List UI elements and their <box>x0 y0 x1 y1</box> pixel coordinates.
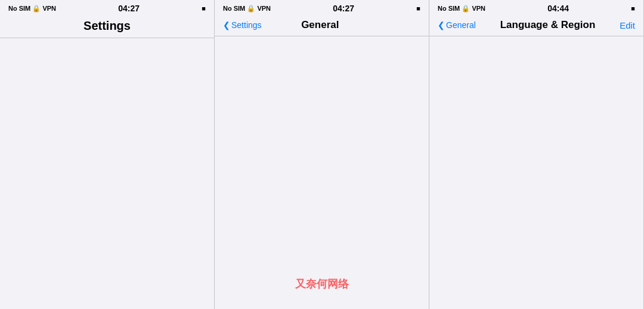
back-chevron-icon: ❮ <box>223 20 230 30</box>
back-to-settings[interactable]: ❮ Settings <box>223 20 262 30</box>
settings-list <box>0 38 214 309</box>
status-battery-2: ■ <box>416 5 420 12</box>
status-left-3: No SIM 🔒 VPN <box>438 5 485 13</box>
language-region-nav: ❮ General Language & Region Edit <box>429 16 643 36</box>
status-bar-1: No SIM 🔒 VPN 04:27 ■ <box>0 0 214 16</box>
back-label-3: General <box>446 20 476 30</box>
status-left-1: No SIM 🔒 VPN <box>8 5 56 13</box>
status-battery-1: ■ <box>202 5 206 12</box>
back-label-2: Settings <box>231 20 262 30</box>
status-time-3: 04:44 <box>547 4 569 13</box>
edit-button[interactable]: Edit <box>620 20 635 30</box>
status-left-2: No SIM 🔒 VPN <box>223 5 271 13</box>
back-chevron-icon-2: ❮ <box>438 20 445 30</box>
status-time-1: 04:27 <box>118 4 140 13</box>
status-bar-2: No SIM 🔒 VPN 04:27 ■ <box>215 0 429 16</box>
status-time-2: 04:27 <box>333 4 354 13</box>
panel-language-region: No SIM 🔒 VPN 04:44 ■ ❮ General Language … <box>429 0 644 309</box>
status-bar-3: No SIM 🔒 VPN 04:44 ■ <box>429 0 643 16</box>
general-nav: ❮ Settings General <box>215 16 429 36</box>
general-title: General <box>262 19 379 31</box>
language-region-list <box>429 36 643 309</box>
language-region-title: Language & Region <box>476 19 620 31</box>
back-to-general[interactable]: ❮ General <box>438 20 476 30</box>
panel-general: No SIM 🔒 VPN 04:27 ■ ❮ Settings General <box>215 0 429 309</box>
settings-title: Settings <box>0 16 214 38</box>
status-battery-3: ■ <box>631 5 635 12</box>
general-list <box>215 36 429 309</box>
panel-settings: No SIM 🔒 VPN 04:27 ■ Settings <box>0 0 215 309</box>
